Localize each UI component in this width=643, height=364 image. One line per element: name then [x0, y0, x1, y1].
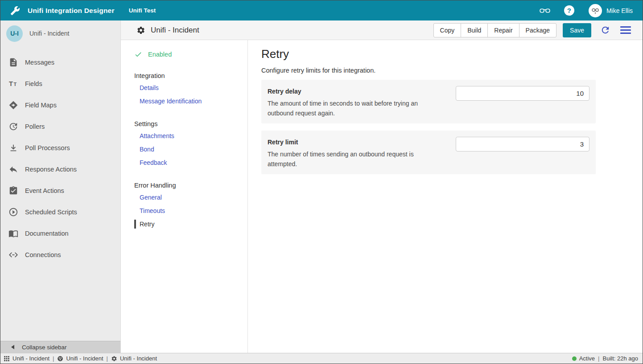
statusbar-link-app[interactable]: Unifi - Incident — [4, 355, 49, 362]
sidebar-item-messages[interactable]: Messages — [0, 52, 120, 73]
sidebar-item-label: Response Actions — [25, 166, 77, 173]
section-description: Configure retry limits for this integrat… — [261, 67, 629, 74]
gear-icon — [111, 356, 117, 362]
sidebar-item-poll-processors[interactable]: Poll Processors — [0, 137, 120, 159]
statusbar-link-bond[interactable]: Unifi - Incident — [57, 355, 103, 362]
statusbar-separator: | — [107, 355, 108, 362]
enabled-status[interactable]: Enabled — [134, 49, 247, 60]
repair-button[interactable]: Repair — [487, 23, 519, 37]
built-label: Built: 22h ago — [602, 355, 638, 362]
subnav-item-message-identification[interactable]: Message Identification — [134, 94, 247, 108]
svg-text:T: T — [9, 80, 13, 87]
collapse-arrow-icon — [11, 345, 14, 349]
glasses-icon[interactable] — [539, 5, 551, 16]
download-icon — [8, 143, 18, 153]
sidebar-menu: Messages TT Fields Field Maps Pollers Po… — [0, 46, 120, 341]
hamburger-menu-icon[interactable] — [620, 25, 631, 35]
subnav-section-title: Integration — [134, 70, 247, 81]
status-bar: Unifi - Incident | Unifi - Incident | Un… — [0, 353, 643, 364]
sidebar-app-header[interactable]: U-I Unifi - Incident — [0, 20, 120, 46]
sidebar-item-field-maps[interactable]: Field Maps — [0, 94, 120, 116]
collapse-sidebar-button[interactable]: Collapse sidebar — [0, 341, 120, 353]
active-dot-icon — [572, 356, 577, 361]
sidebar-item-label: Poll Processors — [25, 144, 70, 151]
svg-text:T: T — [13, 82, 16, 87]
subnav-item-timeouts[interactable]: Timeouts — [134, 204, 247, 217]
save-button[interactable]: Save — [563, 23, 591, 37]
user-avatar[interactable] — [589, 4, 602, 17]
statusbar-separator: | — [598, 355, 599, 362]
retry-delay-field: Retry delay The amount of time in second… — [261, 80, 596, 123]
grid-icon — [4, 356, 10, 362]
top-bar: Unifi Integration Designer Unifi Test ? … — [0, 0, 643, 20]
document-icon — [8, 57, 18, 67]
action-button-group: Copy Build Repair Package — [433, 23, 557, 37]
sidebar-item-label: Documentation — [25, 230, 69, 237]
topbar-menu-unifi-test[interactable]: Unifi Test — [129, 7, 156, 14]
build-button[interactable]: Build — [461, 23, 488, 37]
sidebar-item-label: Messages — [25, 59, 54, 66]
field-description: The number of times sending an outbound … — [268, 149, 438, 169]
app-title: Unifi Integration Designer — [28, 7, 115, 15]
sidebar: U-I Unifi - Incident Messages TT Fields … — [0, 20, 121, 353]
subnav-item-general[interactable]: General — [134, 191, 247, 204]
subnav-item-feedback[interactable]: Feedback — [134, 156, 247, 169]
help-icon[interactable]: ? — [564, 5, 574, 16]
active-status: Active — [572, 355, 595, 362]
retry-limit-input[interactable] — [456, 137, 589, 151]
copy-button[interactable]: Copy — [433, 23, 462, 37]
open-book-icon — [8, 229, 18, 238]
wrench-icon — [10, 6, 20, 16]
sidebar-item-fields[interactable]: TT Fields — [0, 73, 120, 94]
section-title: Retry — [261, 47, 629, 61]
subnav-section-error-handling: Error Handling General Timeouts Retry — [134, 180, 247, 231]
sidebar-item-label: Pollers — [25, 123, 45, 130]
integration-avatar: U-I — [6, 25, 23, 42]
statusbar-link-integration[interactable]: Unifi - Incident — [111, 355, 157, 362]
integration-subnav: Enabled Integration Details Message Iden… — [121, 40, 248, 353]
content-header: Unifi - Incident Copy Build Repair Packa… — [121, 20, 643, 40]
check-icon — [134, 50, 142, 58]
retry-limit-field: Retry limit The number of times sending … — [261, 131, 596, 174]
retry-delay-input[interactable] — [456, 86, 589, 101]
text-format-icon: TT — [8, 79, 18, 89]
sidebar-item-label: Field Maps — [25, 102, 57, 109]
sidebar-item-scheduled-scripts[interactable]: Scheduled Scripts — [0, 201, 120, 223]
user-name[interactable]: Mike Ellis — [606, 7, 633, 14]
app-window: Unifi Integration Designer Unifi Test ? … — [0, 0, 643, 364]
sidebar-item-pollers[interactable]: Pollers — [0, 116, 120, 137]
diamond-arrow-icon — [8, 100, 18, 110]
subnav-section-title: Error Handling — [134, 180, 247, 191]
code-brackets-icon — [8, 250, 18, 260]
subnav-item-details[interactable]: Details — [134, 81, 247, 94]
clipboard-check-icon — [8, 186, 18, 196]
sidebar-item-response-actions[interactable]: Response Actions — [0, 159, 120, 180]
subnav-section-settings: Settings Attachments Bond Feedback — [134, 119, 247, 169]
sidebar-item-label: Event Actions — [25, 187, 64, 194]
refresh-icon[interactable] — [600, 25, 610, 35]
sidebar-item-event-actions[interactable]: Event Actions — [0, 180, 120, 201]
subnav-item-retry[interactable]: Retry — [134, 217, 247, 231]
clock-update-icon — [8, 122, 18, 131]
subnav-item-attachments[interactable]: Attachments — [134, 129, 247, 143]
active-item-indicator — [134, 220, 136, 229]
statusbar-separator: | — [53, 355, 54, 362]
sidebar-item-documentation[interactable]: Documentation — [0, 223, 120, 244]
sidebar-item-label: Connections — [25, 251, 61, 258]
subnav-item-bond[interactable]: Bond — [134, 143, 247, 156]
gear-icon — [136, 26, 145, 35]
active-label: Active — [579, 355, 595, 362]
sidebar-item-label: Scheduled Scripts — [25, 209, 77, 216]
page-title: Unifi - Incident — [151, 26, 199, 35]
reply-arrow-icon — [8, 164, 18, 174]
sidebar-item-label: Fields — [25, 80, 42, 87]
field-label: Retry limit — [268, 139, 438, 146]
integration-name: Unifi - Incident — [29, 30, 69, 37]
field-description: The amount of time in seconds to wait be… — [268, 98, 438, 118]
play-circle-icon — [8, 207, 18, 217]
main-panel: Retry Configure retry limits for this in… — [248, 40, 643, 353]
sidebar-item-connections[interactable]: Connections — [0, 244, 120, 266]
subnav-section-integration: Integration Details Message Identificati… — [134, 70, 247, 108]
subnav-section-title: Settings — [134, 119, 247, 129]
package-button[interactable]: Package — [519, 23, 556, 37]
